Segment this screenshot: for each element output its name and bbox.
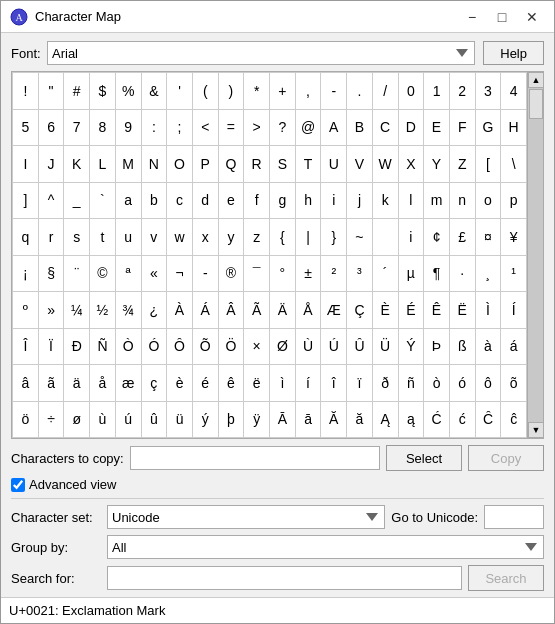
table-row[interactable]: = xyxy=(219,110,245,147)
table-row[interactable]: ; xyxy=(167,110,193,147)
table-row[interactable]: A xyxy=(321,110,347,147)
table-row[interactable]: Ó xyxy=(142,329,168,366)
table-row[interactable]: ´ xyxy=(373,256,399,293)
table-row[interactable]: ¬ xyxy=(167,256,193,293)
table-row[interactable]: i xyxy=(399,219,425,256)
table-row[interactable]: þ xyxy=(219,402,245,439)
table-row[interactable]: & xyxy=(142,73,168,110)
table-row[interactable]: µ xyxy=(399,256,425,293)
table-row[interactable]: ý xyxy=(193,402,219,439)
table-row[interactable]: Ć xyxy=(424,402,450,439)
table-row[interactable]: ª xyxy=(116,256,142,293)
table-row[interactable]: " xyxy=(39,73,65,110)
table-row[interactable]: á xyxy=(501,329,527,366)
table-row[interactable]: ³ xyxy=(347,256,373,293)
table-row[interactable]: í xyxy=(296,365,322,402)
table-row[interactable]: Ì xyxy=(476,292,502,329)
table-row[interactable]: W xyxy=(373,146,399,183)
table-row[interactable]: ü xyxy=(167,402,193,439)
scroll-thumb[interactable] xyxy=(529,89,543,119)
table-row[interactable]: Í xyxy=(501,292,527,329)
table-row[interactable]: w xyxy=(167,219,193,256)
table-row[interactable]: é xyxy=(193,365,219,402)
table-row[interactable]: J xyxy=(39,146,65,183)
table-row[interactable]: ø xyxy=(64,402,90,439)
table-row[interactable]: Ù xyxy=(296,329,322,366)
table-row[interactable]: % xyxy=(116,73,142,110)
table-row[interactable]: ' xyxy=(167,73,193,110)
table-row[interactable]: e xyxy=(219,183,245,220)
table-row[interactable]: Ï xyxy=(39,329,65,366)
table-row[interactable]: å xyxy=(90,365,116,402)
table-row[interactable]: L xyxy=(90,146,116,183)
table-row[interactable]: ^ xyxy=(39,183,65,220)
table-row[interactable]: Þ xyxy=(424,329,450,366)
table-row[interactable]: V xyxy=(347,146,373,183)
table-row[interactable]: ß xyxy=(450,329,476,366)
advanced-view-label[interactable]: Advanced view xyxy=(29,477,116,492)
table-row[interactable]: Ñ xyxy=(90,329,116,366)
table-row[interactable]: ) xyxy=(219,73,245,110)
table-row[interactable]: r xyxy=(39,219,65,256)
table-row[interactable]: Ý xyxy=(399,329,425,366)
table-row[interactable]: n xyxy=(450,183,476,220)
table-row[interactable]: ã xyxy=(39,365,65,402)
table-row[interactable]: ó xyxy=(450,365,476,402)
table-row[interactable]: Õ xyxy=(193,329,219,366)
goto-unicode-input[interactable] xyxy=(484,505,544,529)
table-row[interactable]: £ xyxy=(450,219,476,256)
table-row[interactable]: ¶ xyxy=(424,256,450,293)
table-row[interactable]: F xyxy=(450,110,476,147)
table-row[interactable]: ă xyxy=(347,402,373,439)
table-row[interactable]: _ xyxy=(64,183,90,220)
table-row[interactable]: Æ xyxy=(321,292,347,329)
table-row[interactable]: ¡ xyxy=(13,256,39,293)
table-row[interactable]: T xyxy=(296,146,322,183)
table-row[interactable]: ¤ xyxy=(476,219,502,256)
table-row[interactable]: § xyxy=(39,256,65,293)
table-row[interactable]: M xyxy=(116,146,142,183)
table-row[interactable]: ¹ xyxy=(501,256,527,293)
table-row[interactable]: È xyxy=(373,292,399,329)
table-row[interactable] xyxy=(373,219,399,256)
table-row[interactable]: B xyxy=(347,110,373,147)
table-row[interactable]: 9 xyxy=(116,110,142,147)
table-row[interactable]: # xyxy=(64,73,90,110)
table-row[interactable]: ¿ xyxy=(142,292,168,329)
help-button[interactable]: Help xyxy=(483,41,544,65)
characters-to-copy-input[interactable] xyxy=(130,446,380,470)
table-row[interactable]: Ĉ xyxy=(476,402,502,439)
table-row[interactable]: ą xyxy=(399,402,425,439)
scroll-down-button[interactable]: ▼ xyxy=(528,422,544,438)
table-row[interactable]: y xyxy=(219,219,245,256)
table-row[interactable]: S xyxy=(270,146,296,183)
table-row[interactable]: ¼ xyxy=(64,292,90,329)
table-row[interactable]: - xyxy=(321,73,347,110)
table-row[interactable]: m xyxy=(424,183,450,220)
table-row[interactable]: Ò xyxy=(116,329,142,366)
table-row[interactable]: » xyxy=(39,292,65,329)
table-row[interactable]: è xyxy=(167,365,193,402)
table-row[interactable]: ² xyxy=(321,256,347,293)
table-row[interactable]: $ xyxy=(90,73,116,110)
table-row[interactable]: O xyxy=(167,146,193,183)
table-row[interactable]: Û xyxy=(347,329,373,366)
table-row[interactable]: « xyxy=(142,256,168,293)
table-row[interactable]: º xyxy=(13,292,39,329)
close-button[interactable]: ✕ xyxy=(518,6,546,28)
table-row[interactable]: q xyxy=(13,219,39,256)
table-row[interactable]: À xyxy=(167,292,193,329)
table-row[interactable]: ? xyxy=(270,110,296,147)
table-row[interactable]: + xyxy=(270,73,296,110)
table-row[interactable]: Ô xyxy=(167,329,193,366)
search-button[interactable]: Search xyxy=(468,565,544,591)
table-row[interactable]: Ö xyxy=(219,329,245,366)
table-row[interactable]: ú xyxy=(116,402,142,439)
table-row[interactable]: 2 xyxy=(450,73,476,110)
table-row[interactable]: | xyxy=(296,219,322,256)
table-row[interactable]: Â xyxy=(219,292,245,329)
table-row[interactable]: Ç xyxy=(347,292,373,329)
table-row[interactable]: ñ xyxy=(399,365,425,402)
table-row[interactable]: É xyxy=(399,292,425,329)
table-row[interactable]: t xyxy=(90,219,116,256)
